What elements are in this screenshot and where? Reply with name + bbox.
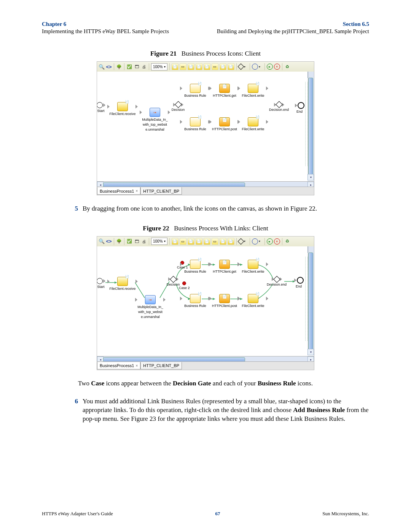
code-icon[interactable]: <> bbox=[106, 238, 112, 244]
node-fileclient-write-bottom[interactable]: 📄 FileClient.write bbox=[238, 117, 268, 131]
wait-icon[interactable]: 📄 bbox=[220, 63, 226, 70]
step-number: 6 bbox=[67, 397, 83, 423]
reply-icon[interactable]: ▭ bbox=[212, 238, 218, 245]
figure21-editor: 🔍 <> 🌳 ✅ 🗔 🖨 100%▼ 📄 ▭ 📄 📄 📄 ▭ 📄 📄 bbox=[97, 61, 314, 195]
scroll-down-icon[interactable]: ▾ bbox=[307, 349, 314, 355]
empty-icon[interactable]: 📄 bbox=[228, 238, 234, 245]
step-text: By dragging from one icon to another, li… bbox=[83, 204, 369, 213]
tab-businessprocess1[interactable]: BusinessProcess1× bbox=[97, 362, 140, 369]
editor-tabs: BusinessProcess1× HTTP_CLIENT_BP bbox=[97, 361, 314, 370]
node-httpclient-get[interactable]: 📄 HTTPClient.get bbox=[209, 260, 240, 274]
tree-icon[interactable]: 🌳 bbox=[116, 238, 122, 244]
print-icon[interactable]: 🖨 bbox=[141, 238, 147, 244]
node-business-rule-bottom[interactable]: 📄 Business Rule bbox=[180, 294, 210, 308]
node-business-rule-top[interactable]: 📄 Business Rule bbox=[180, 260, 210, 274]
editor-tabs: BusinessProcess1× HTTP_CLIENT_BP bbox=[97, 187, 314, 195]
page-footer: HTTPS eWay Adapter User's Guide 67 Sun M… bbox=[42, 511, 369, 517]
tab-http-client-bp[interactable]: HTTP_CLIENT_BP bbox=[140, 187, 182, 195]
close-icon[interactable]: × bbox=[136, 364, 138, 368]
node-fileclient-write-top[interactable]: 📄 FileClient.write bbox=[238, 260, 268, 274]
step-text: You must add additional Link Business Ru… bbox=[83, 397, 369, 423]
node-decision-end[interactable]: Decision.end bbox=[261, 277, 292, 287]
node-end[interactable]: End bbox=[292, 102, 307, 114]
layout-icon[interactable]: 🗔 bbox=[134, 64, 140, 70]
editor-toolbar: 🔍 <> 🌳 ✅ 🗔 🖨 100%▼ 📄 ▭ 📄 📄 📄 ▭ 📄 📄 bbox=[97, 236, 314, 247]
footer-left: HTTPS eWay Adapter User's Guide bbox=[42, 511, 113, 517]
validate-icon[interactable]: ✅ bbox=[126, 238, 132, 244]
receive-icon[interactable]: 📄 bbox=[204, 238, 210, 245]
chapter-subtitle: Implementing the HTTPS eWay BPEL Sample … bbox=[42, 28, 169, 35]
node-end[interactable]: End bbox=[291, 277, 306, 289]
figure21-label: Figure 21 bbox=[150, 50, 177, 57]
circle-tool[interactable]: ▾ bbox=[252, 238, 263, 244]
close-icon[interactable]: × bbox=[136, 189, 138, 193]
recycle-icon[interactable]: ♻ bbox=[284, 238, 290, 244]
invoke-icon[interactable]: 📄 bbox=[196, 238, 202, 245]
canvas-margin bbox=[305, 82, 308, 166]
zoom-combo[interactable]: 100%▼ bbox=[151, 238, 167, 245]
circle-tool[interactable]: ▾ bbox=[252, 64, 263, 70]
tab-businessprocess1[interactable]: BusinessProcess1× bbox=[97, 187, 140, 195]
binoculars-icon[interactable]: 🔍 bbox=[99, 238, 105, 244]
section-label: Section 6.5 bbox=[217, 21, 369, 27]
empty-icon[interactable]: 📄 bbox=[228, 63, 234, 70]
figure21-title: Business Process Icons: Client bbox=[182, 50, 261, 57]
figure22-caption: Figure 22 Business Process With Links: C… bbox=[42, 225, 369, 232]
activity-icon[interactable]: 📄 bbox=[172, 63, 178, 70]
tab-http-client-bp[interactable]: HTTP_CLIENT_BP bbox=[140, 362, 182, 369]
assign-icon[interactable]: 📄 bbox=[188, 63, 194, 70]
invoke-icon[interactable]: 📄 bbox=[196, 63, 202, 70]
page-number: 67 bbox=[215, 511, 220, 517]
node-fileclient-write-bottom[interactable]: 📄 FileClient.write bbox=[238, 294, 268, 308]
assign-icon[interactable]: 📄 bbox=[188, 238, 194, 245]
zoom-combo[interactable]: 100%▼ bbox=[151, 63, 167, 70]
case2-marker[interactable]: Case 2 bbox=[179, 281, 190, 290]
zoom-value: 100% bbox=[153, 65, 163, 69]
run-icon[interactable]: ▸ bbox=[267, 64, 273, 70]
activity-icon[interactable]: 📄 bbox=[172, 238, 178, 245]
node-httpclient-post[interactable]: 📄 HTTPClient.post bbox=[209, 117, 240, 131]
scope-icon[interactable]: ▭ bbox=[180, 238, 186, 245]
stop-icon[interactable]: × bbox=[274, 238, 280, 244]
node-fileclient-receive[interactable]: 📄 FileClient.receive bbox=[107, 277, 138, 291]
binoculars-icon[interactable]: 🔍 bbox=[99, 64, 105, 70]
print-icon[interactable]: 🖨 bbox=[141, 64, 147, 70]
vertical-scrollbar[interactable] bbox=[308, 72, 314, 181]
figure22-title: Business Process With Links: Client bbox=[174, 225, 268, 232]
editor-canvas[interactable]: ▴ ▾ bbox=[97, 246, 314, 355]
step-6: 6 You must add additional Link Business … bbox=[67, 397, 369, 423]
recycle-icon[interactable]: ♻ bbox=[284, 64, 290, 70]
page-header: Chapter 6 Implementing the HTTPS eWay BP… bbox=[42, 21, 369, 35]
code-icon[interactable]: <> bbox=[106, 64, 112, 70]
scroll-down-icon[interactable]: ▾ bbox=[307, 174, 314, 181]
reply-icon[interactable]: ▭ bbox=[212, 63, 218, 70]
wait-icon[interactable]: 📄 bbox=[220, 238, 226, 245]
node-decision[interactable]: Decision bbox=[167, 102, 190, 112]
node-httpclient-get[interactable]: 📄 HTTPClient.get bbox=[209, 84, 240, 98]
receive-icon[interactable]: 📄 bbox=[204, 63, 210, 70]
node-httpclient-post[interactable]: 📄 HTTPClient.post bbox=[209, 294, 240, 308]
validate-icon[interactable]: ✅ bbox=[126, 64, 132, 70]
figure22-editor: 🔍 <> 🌳 ✅ 🗔 🖨 100%▼ 📄 ▭ 📄 📄 📄 ▭ 📄 📄 bbox=[97, 236, 314, 370]
tree-icon[interactable]: 🌳 bbox=[116, 64, 122, 70]
node-decision-end[interactable]: Decision.end bbox=[264, 102, 294, 112]
scope-icon[interactable]: ▭ bbox=[180, 63, 186, 70]
editor-canvas[interactable]: ▴ ▾ 📄 Business Rule 📄 HTTPClient.get 📄 F… bbox=[97, 72, 314, 181]
node-fileclient-write-top[interactable]: 📄 FileClient.write bbox=[238, 84, 268, 98]
node-multipledata[interactable]: ▫▪ MultipleData_In_ with_top_websit e.un… bbox=[140, 108, 170, 131]
decision-tool[interactable]: ▾ bbox=[239, 239, 248, 244]
node-fileclient-receive[interactable]: 📄 FileClient.receive bbox=[107, 102, 138, 116]
run-icon[interactable]: ▸ bbox=[267, 238, 273, 244]
layout-icon[interactable]: 🗔 bbox=[134, 238, 140, 244]
vertical-scrollbar[interactable] bbox=[308, 246, 314, 355]
header-left: Chapter 6 Implementing the HTTPS eWay BP… bbox=[42, 21, 169, 35]
decision-tool[interactable]: ▾ bbox=[239, 64, 248, 69]
header-right: Section 6.5 Building and Deploying the p… bbox=[217, 21, 369, 35]
node-business-rule-bottom[interactable]: 📄 Business Rule bbox=[180, 117, 210, 131]
zoom-value: 100% bbox=[153, 239, 163, 243]
node-business-rule-top[interactable]: 📄 Business Rule bbox=[180, 84, 210, 98]
node-multipledata[interactable]: ▫▪ MultipleData_In_ with_top_websit e.un… bbox=[135, 295, 166, 319]
case-icons-paragraph: Two Case icons appear between the Decisi… bbox=[78, 379, 369, 388]
stop-icon[interactable]: × bbox=[274, 64, 280, 70]
figure21-caption: Figure 21 Business Process Icons: Client bbox=[42, 50, 369, 58]
